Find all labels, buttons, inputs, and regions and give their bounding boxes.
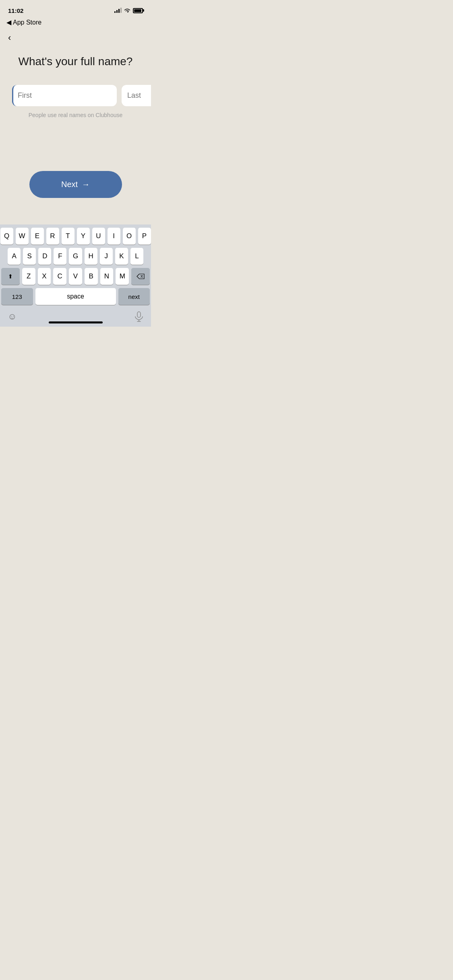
back-arrow-icon: ‹: [8, 33, 11, 43]
wifi-icon: [124, 8, 130, 13]
hint-text: People use real names on Clubhouse: [29, 112, 123, 118]
key-l[interactable]: L: [130, 248, 143, 265]
signal-icon: [114, 8, 122, 13]
keyboard-row-2: A S D F G H J K L: [1, 248, 150, 265]
space-key[interactable]: space: [35, 288, 116, 305]
key-o[interactable]: O: [123, 228, 136, 245]
key-y[interactable]: Y: [77, 228, 90, 245]
status-icons: [114, 8, 143, 13]
key-k[interactable]: K: [115, 248, 128, 265]
status-time: 11:02: [8, 7, 23, 14]
app-store-label: App Store: [13, 19, 41, 26]
next-keyboard-key[interactable]: next: [118, 288, 150, 305]
key-d[interactable]: D: [38, 248, 51, 265]
keyboard-row-1: Q W E R T Y U I O P: [1, 228, 150, 245]
keyboard-row-4: 123 space next: [1, 288, 150, 305]
next-button-label: Next: [61, 180, 78, 189]
key-u[interactable]: U: [92, 228, 105, 245]
key-z[interactable]: Z: [22, 268, 35, 285]
key-n[interactable]: N: [100, 268, 114, 285]
app-store-nav[interactable]: ◀ App Store: [0, 18, 151, 29]
key-t[interactable]: T: [62, 228, 74, 245]
key-h[interactable]: H: [85, 248, 97, 265]
keyboard-bottom: ☺: [1, 308, 150, 327]
key-g[interactable]: G: [69, 248, 82, 265]
key-v[interactable]: V: [69, 268, 82, 285]
last-name-input[interactable]: [122, 85, 151, 106]
key-p[interactable]: P: [138, 228, 151, 245]
key-f[interactable]: F: [54, 248, 66, 265]
backspace-key[interactable]: [131, 268, 150, 285]
key-i[interactable]: I: [108, 228, 120, 245]
next-button[interactable]: Next →: [29, 171, 122, 198]
key-c[interactable]: C: [53, 268, 66, 285]
home-indicator: [49, 321, 103, 323]
app-store-back-arrow: ◀: [6, 19, 11, 26]
key-m[interactable]: M: [116, 268, 129, 285]
numbers-key[interactable]: 123: [1, 288, 33, 305]
key-s[interactable]: S: [23, 248, 36, 265]
page-title: What's your full name?: [19, 54, 133, 69]
next-arrow-icon: →: [82, 180, 90, 189]
key-w[interactable]: W: [16, 228, 29, 245]
shift-key[interactable]: ⬆: [1, 268, 20, 285]
key-e[interactable]: E: [31, 228, 44, 245]
keyboard-row-3: ⬆ Z X C V B N M: [1, 268, 150, 285]
keyboard: Q W E R T Y U I O P A S D F G H J K L ⬆ …: [0, 224, 151, 327]
key-b[interactable]: B: [85, 268, 98, 285]
key-a[interactable]: A: [8, 248, 21, 265]
key-q[interactable]: Q: [0, 228, 13, 245]
key-r[interactable]: R: [46, 228, 59, 245]
mic-icon[interactable]: [134, 311, 143, 322]
key-x[interactable]: X: [38, 268, 51, 285]
svg-rect-0: [137, 312, 141, 317]
emoji-key[interactable]: ☺: [8, 311, 17, 322]
battery-icon: [133, 8, 143, 13]
status-bar: 11:02: [0, 0, 151, 18]
name-inputs-container: [12, 85, 139, 106]
key-j[interactable]: J: [100, 248, 113, 265]
back-button[interactable]: ‹: [0, 29, 20, 46]
main-content: What's your full name? People use real n…: [0, 46, 151, 126]
first-name-input[interactable]: [12, 85, 117, 106]
